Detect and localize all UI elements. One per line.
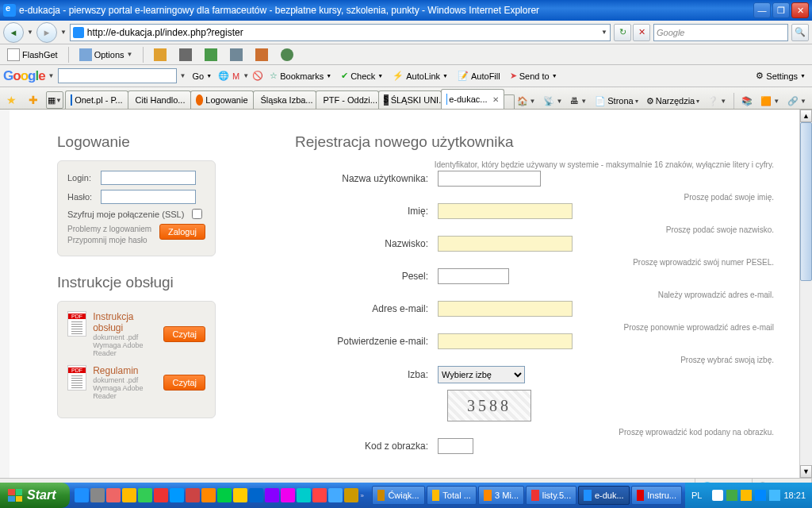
task-button[interactable]: e-duk...	[578, 486, 629, 505]
doc-read-button[interactable]: Czytaj	[163, 326, 205, 342]
ssl-checkbox[interactable]	[192, 209, 202, 219]
username-input[interactable]	[438, 171, 541, 187]
google-go[interactable]: Go▼	[189, 70, 215, 83]
google-check[interactable]: ✔Check▼	[338, 69, 386, 83]
scroll-down-icon[interactable]: ▼	[800, 465, 812, 478]
task-button[interactable]: Instru...	[631, 486, 682, 505]
ql-icon[interactable]	[186, 488, 200, 502]
home-button[interactable]: 🏠▼	[515, 94, 538, 108]
login-button[interactable]: Zaloguj	[159, 224, 205, 240]
close-button[interactable]: ✕	[791, 2, 809, 18]
captcha-input[interactable]	[438, 438, 473, 454]
google-autolink[interactable]: ⚡AutoLink▼	[389, 69, 451, 83]
google-settings[interactable]: ⚙Settings▼	[753, 69, 809, 83]
back-button[interactable]: ◄	[3, 22, 24, 43]
tab-citi[interactable]: Citi Handlo...	[128, 90, 191, 109]
tray-icon[interactable]	[769, 490, 780, 501]
ql-icon[interactable]	[297, 488, 311, 502]
print-button[interactable]: 🖶▼	[568, 94, 589, 107]
flashget-tool-6[interactable]	[277, 46, 297, 64]
google-autofill[interactable]: 📝AutoFill	[454, 69, 504, 83]
ql-icon[interactable]	[265, 488, 279, 502]
ql-icon[interactable]	[106, 488, 121, 502]
lastname-input[interactable]	[438, 236, 573, 252]
minimize-button[interactable]: —	[753, 2, 771, 18]
page-menu[interactable]: 📄Strona▾	[592, 94, 640, 108]
google-search-input[interactable]	[58, 68, 177, 83]
start-button[interactable]: Start	[0, 483, 70, 508]
tab-slaska[interactable]: Śląska Izba...	[253, 90, 316, 109]
forward-button[interactable]: ►	[36, 22, 57, 43]
flashget-button[interactable]: FlashGet	[3, 46, 62, 64]
gt-icon-1[interactable]: 🌐	[218, 71, 229, 81]
pesel-input[interactable]	[438, 268, 509, 284]
flashget-tool-3[interactable]	[201, 46, 221, 64]
search-go-button[interactable]: 🔍	[791, 24, 809, 41]
email-confirm-input[interactable]	[438, 333, 573, 349]
tab-edukacja[interactable]: e-dukac...✕	[441, 89, 504, 109]
flashget-tool-1[interactable]	[150, 46, 170, 64]
scroll-up-icon[interactable]: ▲	[800, 110, 812, 122]
gt-icon-mail[interactable]: M	[232, 71, 239, 81]
tool-g1[interactable]: 📚	[739, 94, 755, 108]
add-favorites-icon[interactable]: ✚	[25, 91, 41, 109]
scroll-thumb[interactable]	[800, 122, 812, 281]
doc-read-button[interactable]: Czytaj	[163, 375, 205, 391]
flashget-options[interactable]: Options ▼	[75, 46, 137, 64]
favorites-star-icon[interactable]: ★	[3, 91, 20, 109]
ql-icon[interactable]	[312, 488, 327, 502]
ql-icon[interactable]	[138, 488, 152, 502]
tab-list-button[interactable]: ▦▼	[46, 91, 63, 109]
google-sendto[interactable]: ➤Send to▼	[507, 69, 561, 83]
forward-dropdown-icon[interactable]: ▼	[60, 29, 67, 36]
tray-icon[interactable]	[726, 490, 737, 501]
login-input[interactable]	[101, 171, 196, 185]
tray-icon[interactable]	[741, 490, 752, 501]
feed-button[interactable]: 📡▼	[541, 94, 565, 108]
ql-icon[interactable]	[217, 488, 232, 502]
help-button[interactable]: ❔▼	[705, 94, 729, 108]
task-button[interactable]: 3 Mi...	[478, 486, 524, 505]
ql-icon[interactable]	[249, 488, 263, 502]
google-bookmarks[interactable]: ☆Bookmarks▼	[266, 69, 335, 83]
ql-icon[interactable]	[233, 488, 247, 502]
tab-logowanie[interactable]: Logowanie	[190, 90, 254, 109]
google-search-dropdown[interactable]: ▼	[180, 72, 186, 79]
tool-g3[interactable]: 🔗▼	[785, 94, 809, 108]
task-button[interactable]: Total ...	[427, 486, 477, 505]
login-help-2[interactable]: Przypomnij moje hasło	[67, 235, 151, 246]
tools-menu[interactable]: ⚙Narzędzia▾	[644, 94, 703, 108]
tool-g2[interactable]: 🟧▼	[758, 94, 782, 108]
tab-onet[interactable]: Onet.pl - P...	[65, 90, 128, 109]
izba-select[interactable]: Wybierz izbę	[438, 366, 525, 383]
ql-icon[interactable]	[201, 488, 216, 502]
back-dropdown-icon[interactable]: ▼	[27, 29, 33, 36]
vertical-scrollbar[interactable]: ▲ ▼	[799, 110, 812, 478]
lang-indicator[interactable]: PL	[691, 491, 702, 500]
tray-icon[interactable]	[755, 490, 766, 501]
gt-icon-block[interactable]: 🚫	[252, 71, 263, 81]
task-button[interactable]: Ćwiąk...	[372, 486, 425, 505]
tab-ptf[interactable]: PTF - Oddzi...	[316, 90, 379, 109]
refresh-button[interactable]: ↻	[614, 24, 631, 41]
email-input[interactable]	[438, 301, 573, 317]
stop-button[interactable]: ✕	[633, 24, 650, 41]
flashget-tool-2[interactable]	[175, 46, 196, 64]
url-input[interactable]	[87, 27, 598, 38]
google-menu-dropdown[interactable]: ▼	[48, 72, 55, 79]
firstname-input[interactable]	[438, 203, 573, 219]
password-input[interactable]	[101, 190, 196, 204]
login-help-1[interactable]: Problemy z logowaniem	[67, 224, 151, 235]
search-box[interactable]: Google	[653, 24, 788, 41]
ql-icon[interactable]	[281, 488, 295, 502]
clock[interactable]: 18:21	[783, 491, 806, 500]
ql-icon[interactable]	[75, 488, 89, 502]
task-button[interactable]: listy.5...	[526, 486, 576, 505]
tab-slaski-uni[interactable]: $ŚLĄSKI UNI...	[378, 90, 442, 109]
ql-expand-icon[interactable]: »	[360, 492, 363, 499]
ql-icon[interactable]	[328, 488, 343, 502]
new-tab-button[interactable]	[504, 94, 515, 109]
close-tab-icon[interactable]: ✕	[492, 95, 499, 104]
ql-icon[interactable]	[154, 488, 168, 502]
address-bar[interactable]: ▼	[70, 24, 611, 41]
